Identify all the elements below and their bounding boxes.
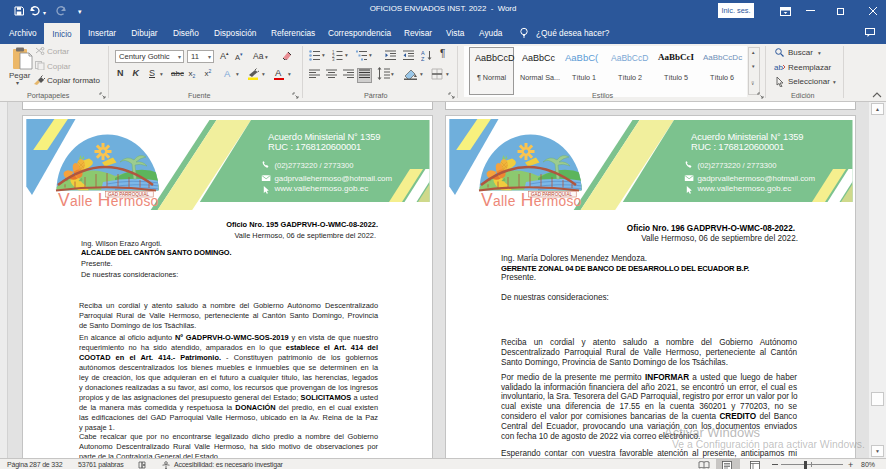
svg-text:RUC : 1768120600001: RUC : 1768120600001 bbox=[268, 141, 361, 152]
svg-text:3: 3 bbox=[332, 57, 335, 61]
svg-text:gadprvallehermoso@hotmail.com: gadprvallehermoso@hotmail.com bbox=[274, 174, 392, 183]
svg-text:(02)2773220 / 2773300: (02)2773220 / 2773300 bbox=[274, 161, 353, 170]
svg-text:Z: Z bbox=[421, 56, 425, 61]
svg-text:GAD PARROQUIAL: GAD PARROQUIAL bbox=[108, 192, 149, 197]
svg-text:www.vallehermoso.gob.ec: www.vallehermoso.gob.ec bbox=[273, 184, 368, 193]
svg-text:A: A bbox=[421, 50, 425, 56]
svg-text:ab: ab bbox=[774, 63, 783, 72]
